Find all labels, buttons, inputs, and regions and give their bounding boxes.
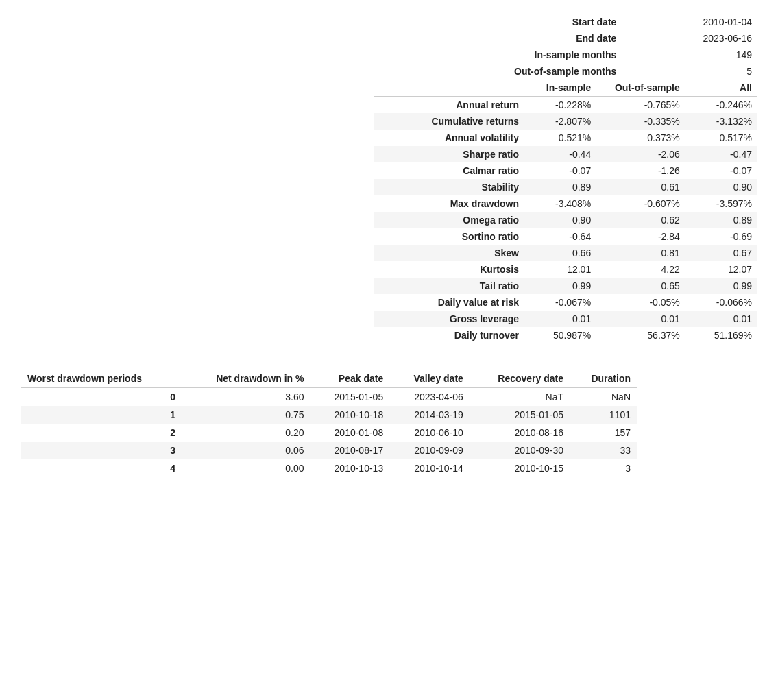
out-of-sample-months-label: Out-of-sample months: [374, 63, 622, 80]
dd-recovery-date: 2010-09-30: [470, 442, 570, 459]
stats-row-label: Stability: [374, 179, 524, 195]
dd-recovery-date: 2010-08-16: [470, 424, 570, 442]
stats-col3-header: Out-of-sample: [596, 80, 685, 97]
in-sample-months-row: In-sample months 149: [374, 47, 757, 63]
dd-valley-date: 2010-06-10: [390, 424, 470, 442]
drawdown-col-net: Net drawdown in %: [182, 370, 311, 388]
dd-peak-date: 2015-01-05: [311, 388, 390, 407]
end-date-label: End date: [374, 30, 622, 47]
stats-row-all: 0.67: [685, 245, 757, 261]
stats-row-insample: 0.521%: [524, 130, 596, 146]
drawdown-body: 0 3.60 2015-01-05 2023-04-06 NaT NaN 1 0…: [21, 388, 637, 478]
stats-row-insample: 0.66: [524, 245, 596, 261]
dd-peak-date: 2010-10-18: [311, 406, 390, 424]
stats-row-all: -3.132%: [685, 113, 757, 130]
stats-row-label: Daily turnover: [374, 327, 524, 343]
stats-row-all: -0.066%: [685, 294, 757, 311]
dd-net-drawdown: 0.06: [182, 442, 311, 459]
dd-index: 0: [21, 388, 182, 407]
stats-row: Stability 0.89 0.61 0.90: [374, 179, 757, 195]
dd-peak-date: 2010-08-17: [311, 442, 390, 459]
stats-row-outofsample: -0.607%: [596, 195, 685, 212]
dd-net-drawdown: 0.00: [182, 459, 311, 477]
stats-row: Kurtosis 12.01 4.22 12.07: [374, 261, 757, 278]
out-of-sample-months-row: Out-of-sample months 5: [374, 63, 757, 80]
stats-row-outofsample: 0.65: [596, 278, 685, 294]
dd-duration: 1101: [570, 406, 637, 424]
start-date-label: Start date: [374, 14, 622, 30]
drawdown-row: 4 0.00 2010-10-13 2010-10-14 2010-10-15 …: [21, 459, 637, 477]
stats-row: Daily value at risk -0.067% -0.05% -0.06…: [374, 294, 757, 311]
stats-row-label: Calmar ratio: [374, 162, 524, 179]
stats-col2-header: In-sample: [524, 80, 596, 97]
stats-col1-header: [374, 80, 524, 97]
stats-row-insample: 0.90: [524, 212, 596, 228]
drawdown-col-index: Worst drawdown periods: [21, 370, 182, 388]
dd-net-drawdown: 0.20: [182, 424, 311, 442]
stats-row-all: 0.90: [685, 179, 757, 195]
dd-duration: 157: [570, 424, 637, 442]
drawdown-col-recovery: Recovery date: [470, 370, 570, 388]
drawdown-table: Worst drawdown periods Net drawdown in %…: [21, 370, 637, 477]
stats-row-insample: -2.807%: [524, 113, 596, 130]
dd-index: 3: [21, 442, 182, 459]
drawdown-col-peak: Peak date: [311, 370, 390, 388]
stats-row: Sharpe ratio -0.44 -2.06 -0.47: [374, 146, 757, 162]
drawdown-col-duration: Duration: [570, 370, 637, 388]
dd-recovery-date: 2010-10-15: [470, 459, 570, 477]
stats-row-label: Max drawdown: [374, 195, 524, 212]
dd-valley-date: 2014-03-19: [390, 406, 470, 424]
stats-row: Skew 0.66 0.81 0.67: [374, 245, 757, 261]
stats-row-insample: -0.07: [524, 162, 596, 179]
stats-row: Omega ratio 0.90 0.62 0.89: [374, 212, 757, 228]
dd-peak-date: 2010-10-13: [311, 459, 390, 477]
dd-duration: NaN: [570, 388, 637, 407]
drawdown-row: 3 0.06 2010-08-17 2010-09-09 2010-09-30 …: [21, 442, 637, 459]
meta-table: Start date 2010-01-04 End date 2023-06-1…: [374, 14, 757, 80]
stats-row-label: Daily value at risk: [374, 294, 524, 311]
stats-row-outofsample: 4.22: [596, 261, 685, 278]
stats-row-insample: -0.228%: [524, 97, 596, 114]
stats-row-insample: -3.408%: [524, 195, 596, 212]
stats-row-outofsample: -2.06: [596, 146, 685, 162]
dd-index: 2: [21, 424, 182, 442]
dd-net-drawdown: 0.75: [182, 406, 311, 424]
dd-valley-date: 2023-04-06: [390, 388, 470, 407]
stats-row: Annual volatility 0.521% 0.373% 0.517%: [374, 130, 757, 146]
stats-row-label: Kurtosis: [374, 261, 524, 278]
stats-body: Annual return -0.228% -0.765% -0.246% Cu…: [374, 97, 757, 344]
stats-row-all: 51.169%: [685, 327, 757, 343]
stats-table: In-sample Out-of-sample All Annual retur…: [374, 80, 757, 343]
stats-row-outofsample: -2.84: [596, 228, 685, 245]
stats-row: Gross leverage 0.01 0.01 0.01: [374, 311, 757, 327]
stats-row-label: Gross leverage: [374, 311, 524, 327]
stats-row-label: Skew: [374, 245, 524, 261]
stats-row-all: 0.89: [685, 212, 757, 228]
stats-row-label: Annual return: [374, 97, 524, 114]
stats-row: Sortino ratio -0.64 -2.84 -0.69: [374, 228, 757, 245]
dd-recovery-date: NaT: [470, 388, 570, 407]
stats-row-label: Tail ratio: [374, 278, 524, 294]
stats-row-all: 0.01: [685, 311, 757, 327]
stats-row: Daily turnover 50.987% 56.37% 51.169%: [374, 327, 757, 343]
stats-col4-header: All: [685, 80, 757, 97]
stats-row-outofsample: -0.335%: [596, 113, 685, 130]
stats-row-all: 12.07: [685, 261, 757, 278]
stats-row-outofsample: -0.05%: [596, 294, 685, 311]
dd-valley-date: 2010-10-14: [390, 459, 470, 477]
drawdown-row: 1 0.75 2010-10-18 2014-03-19 2015-01-05 …: [21, 406, 637, 424]
drawdown-col-valley: Valley date: [390, 370, 470, 388]
dd-duration: 3: [570, 459, 637, 477]
out-of-sample-months-value: 5: [622, 63, 757, 80]
stats-row-all: -0.69: [685, 228, 757, 245]
stats-row-outofsample: 56.37%: [596, 327, 685, 343]
dd-net-drawdown: 3.60: [182, 388, 311, 407]
stats-row-insample: 0.99: [524, 278, 596, 294]
start-date-value: 2010-01-04: [622, 14, 757, 30]
dd-valley-date: 2010-09-09: [390, 442, 470, 459]
stats-row-insample: 50.987%: [524, 327, 596, 343]
stats-row-insample: 12.01: [524, 261, 596, 278]
stats-row-insample: 0.89: [524, 179, 596, 195]
stats-row: Calmar ratio -0.07 -1.26 -0.07: [374, 162, 757, 179]
stats-row-label: Sharpe ratio: [374, 146, 524, 162]
